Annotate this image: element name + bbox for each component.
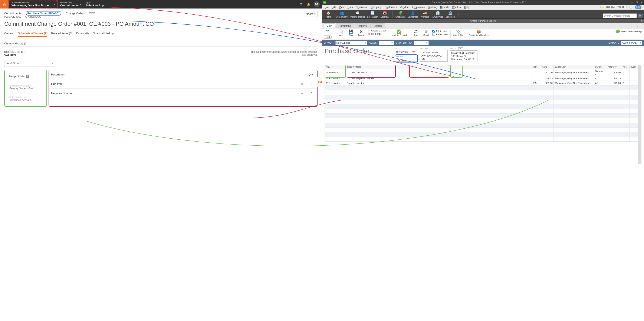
nav-calendar[interactable]: 📅Calendar (380, 11, 390, 18)
th-customer[interactable]: CUSTOMER (554, 65, 594, 69)
tab-reports[interactable]: Reports (354, 23, 370, 28)
nav-customers[interactable]: 👤Customers (408, 11, 418, 18)
nav-snapshots[interactable]: 🧩Snapshots (395, 11, 406, 18)
menu-company[interactable]: Company (370, 5, 383, 9)
chevron-up-icon[interactable]: ⌃ (640, 25, 642, 28)
add-group-dropdown[interactable]: Add Group (4, 60, 55, 67)
search-button[interactable]: 🔍 (638, 13, 643, 18)
close-icon[interactable]: ✕ (641, 19, 643, 22)
menu-vendors[interactable]: Vendors (399, 5, 410, 9)
help-icon[interactable]: ❔ (298, 2, 304, 7)
table-row-empty[interactable] (325, 90, 638, 95)
menu-reports[interactable]: Reports (439, 5, 450, 9)
export-button[interactable]: Export (302, 11, 318, 17)
create-item-receipts-button[interactable]: 📦Create Item Receipts (468, 29, 488, 36)
next-icon[interactable]: ▶ (328, 29, 330, 32)
calculator-icon[interactable]: 🖩 (301, 82, 304, 85)
table-row-empty[interactable] (325, 128, 638, 132)
maximize-icon[interactable]: ☐ (635, 1, 639, 4)
print-button[interactable]: 🖨Print (412, 29, 420, 36)
vendor-combobox[interactable]: Noe Supplies (336, 41, 367, 45)
th-rc[interactable]: RC… (622, 65, 630, 69)
tab-general[interactable]: General (4, 30, 14, 37)
bell-icon[interactable]: 🔔 (306, 2, 311, 7)
th-rate[interactable]: RATE (541, 65, 554, 69)
nav-vendors[interactable]: 🚚Vendors (420, 11, 430, 18)
tab-formatting[interactable]: Formatting (336, 23, 354, 28)
tab-sov[interactable]: Schedule of Values (2) (18, 30, 47, 37)
menu-lists[interactable]: Lists (346, 5, 354, 9)
menu-file[interactable]: File (323, 5, 330, 9)
table-row-empty[interactable] (325, 137, 638, 142)
collapse-sidebar-icon[interactable]: ◀◀ (317, 77, 322, 87)
print-later-checkbox[interactable]: Print Later (432, 30, 448, 32)
company-search-input[interactable] (603, 13, 637, 18)
menu-employees[interactable]: Employees (411, 5, 426, 9)
table-row[interactable]: 03 ExcavationSample Line Item2.5350.00Wi… (325, 81, 638, 85)
line-item-row[interactable]: Line Item 1 🖩 1 (49, 79, 317, 88)
dropship-combobox[interactable] (414, 41, 429, 45)
reminders-badge[interactable]: 99+ (635, 5, 642, 9)
prev-icon[interactable]: ◀ (326, 29, 328, 32)
nav-bill-tracker[interactable]: 🧾Bill Tracker (367, 11, 378, 18)
nav-bank-feeds[interactable]: 🏦Bank Fee (445, 11, 455, 18)
expand-icon[interactable]: ⤢ (636, 25, 638, 28)
minimize-icon[interactable]: — (630, 1, 634, 3)
table-row-empty[interactable] (325, 104, 638, 109)
th-item[interactable]: ITEM (325, 65, 346, 69)
tab-change-history[interactable]: Change History (3) (4, 41, 318, 46)
menu-help[interactable]: Help (463, 5, 471, 9)
select-items-receipt-button[interactable]: 🟢Select Items Receipt (616, 29, 642, 33)
table-row-empty[interactable] (325, 85, 638, 90)
tab-search[interactable]: Search (370, 23, 385, 28)
vendor-address[interactable]: 123 Main Street AnyTown, CA 19703 US (420, 50, 448, 62)
po-no-field[interactable]: PO--001 (396, 58, 417, 62)
table-row-empty[interactable] (325, 100, 638, 104)
th-clsd[interactable]: CLSD (630, 65, 638, 69)
th-qty[interactable]: QTY (532, 65, 541, 69)
project-tools-dropdown[interactable]: Project Tools Commitments ▼ (58, 0, 83, 8)
menu-banking[interactable]: Banking (426, 5, 438, 9)
clock-icon[interactable]: 🕒 (628, 5, 634, 9)
menu-window[interactable]: Window (451, 5, 462, 9)
table-row-empty[interactable] (325, 123, 638, 128)
crumb-change-orders[interactable]: Change Orders (66, 12, 85, 15)
nav-employees[interactable]: 👔Employees (432, 11, 443, 18)
new-button[interactable]: 📄New (337, 29, 344, 36)
po-line-grid[interactable]: ITEM DESCRIPTION QTY RATE CUSTOMER CLASS… (324, 65, 642, 164)
table-row-empty[interactable] (325, 109, 638, 114)
memorize-button[interactable]: 🧠 Memorize (368, 32, 386, 35)
tab-related[interactable]: Related Items (0) (51, 30, 72, 37)
menu-view[interactable]: View (338, 5, 346, 9)
table-row[interactable]: 05 MasonryCO 001 Line Item 11500.00Wiess… (325, 69, 638, 76)
menu-contractor[interactable]: Contractor (354, 5, 369, 9)
menu-edit[interactable]: Edit (330, 5, 337, 9)
email-button[interactable]: ✉Email (422, 29, 430, 36)
class-combobox[interactable] (379, 41, 394, 45)
crumb-commitments[interactable]: Commitments (4, 12, 21, 15)
erp-project-dropdown[interactable]: Agave Demo ERP Wiessinger, Gary:Noe Prop… (8, 0, 58, 8)
template-combobox[interactable]: Custom Purc… (621, 41, 642, 45)
th-amount[interactable]: AMOUNT (607, 65, 622, 69)
nav-home[interactable]: 🏠Home (323, 11, 334, 18)
delete-button[interactable]: ✖Delete (357, 29, 365, 36)
shipto-address[interactable]: Quality-Built Constructi 100 Mason St. W… (450, 50, 478, 62)
calculator-icon[interactable]: 🖩 (301, 92, 304, 95)
help-icon[interactable]: ? (26, 75, 29, 78)
table-row-empty[interactable] (325, 95, 638, 100)
user-avatar[interactable]: DE (314, 1, 320, 7)
tab-financial-markup[interactable]: Financial Markup (92, 30, 114, 37)
line-item-row[interactable]: Negative Line Item 🖩 1 (49, 88, 317, 98)
home-icon[interactable]: 🏠 (0, 0, 8, 8)
th-desc[interactable]: DESCRIPTION (346, 65, 532, 69)
date-field[interactable]: 12/15/2026 (395, 50, 416, 54)
nav-my-company[interactable]: 👥My Company (336, 11, 348, 18)
nav-income-tracker[interactable]: 💬Income Tracker (350, 11, 365, 18)
crumb-po[interactable]: Purchase Order #PO--001 (26, 11, 62, 15)
menu-customers[interactable]: Customers (383, 5, 398, 9)
table-row-empty[interactable] (325, 118, 638, 123)
save-button[interactable]: 💾Save (347, 29, 355, 36)
email-later-checkbox[interactable]: Email Later (432, 33, 448, 36)
apps-dropdown[interactable]: Apps Select an App (83, 0, 108, 8)
table-row-empty[interactable] (325, 132, 638, 137)
